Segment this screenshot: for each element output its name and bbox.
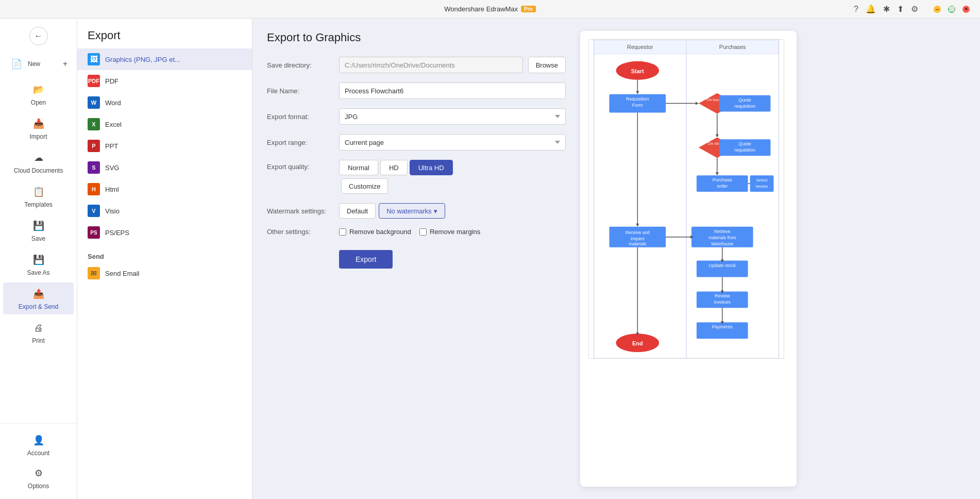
watermark-settings-row: Watermark settings: Default No watermark… — [267, 203, 566, 219]
browse-button[interactable]: Browse — [528, 57, 566, 73]
export-item-ps[interactable]: PS PS/EPS — [77, 222, 252, 243]
export-item-graphics[interactable]: 🖼 Graphics (PNG, JPG et... — [77, 48, 252, 70]
sidebar-item-account[interactable]: 👤 Account — [3, 429, 74, 461]
sidebar-item-options[interactable]: ⚙ Options — [3, 462, 74, 494]
quality-ultra-hd-button[interactable]: Ultra HD — [410, 160, 453, 175]
excel-icon: X — [88, 118, 100, 130]
export-button-row: Export — [267, 245, 566, 269]
remove-margins-input[interactable] — [419, 228, 427, 236]
plus-icon: + — [63, 59, 67, 69]
export-form: Export to Graphics Save directory: Brows… — [267, 31, 566, 487]
visio-icon: V — [88, 205, 100, 217]
print-icon: 🖨 — [31, 321, 46, 335]
customize-button[interactable]: Customize — [341, 178, 388, 194]
pro-badge: Pro — [521, 6, 536, 12]
remove-background-checkbox[interactable]: Remove background — [339, 228, 411, 236]
svg-text:End: End — [632, 340, 643, 346]
save-directory-input[interactable] — [339, 57, 523, 73]
send-section: Send ✉ Send Email — [77, 248, 252, 284]
sidebar-item-saveas[interactable]: 💾 Save As — [3, 248, 74, 280]
sidebar-item-templates[interactable]: 📋 Templates — [3, 180, 74, 212]
settings-icon[interactable]: ⚙ — [911, 4, 918, 14]
export-item-svg-label: SVG — [105, 164, 119, 172]
ps-icon: PS — [88, 226, 100, 239]
remove-background-input[interactable] — [339, 228, 346, 236]
other-settings-row: Other settings: Remove background Remove… — [267, 228, 566, 236]
watermark-default-button[interactable]: Default — [339, 203, 376, 219]
back-button[interactable]: ← — [29, 27, 48, 45]
export-item-graphics-label: Graphics (PNG, JPG et... — [105, 56, 180, 63]
svg-text:inspect: inspect — [631, 236, 645, 241]
svg-text:Warehouse: Warehouse — [711, 241, 733, 246]
sidebar-item-export[interactable]: 📤 Export & Send — [3, 282, 74, 314]
export-format-row: Export format: JPG PNG BMP SVG TIFF — [267, 108, 566, 125]
quality-group: Normal HD Ultra HD — [339, 160, 453, 175]
export-item-pdf[interactable]: PDF PDF — [77, 70, 252, 92]
options-icon: ⚙ — [31, 466, 46, 480]
export-item-excel[interactable]: X Excel — [77, 113, 252, 135]
export-format-select[interactable]: JPG PNG BMP SVG TIFF — [339, 108, 566, 125]
share-icon[interactable]: ⬆ — [897, 4, 904, 14]
send-email-label: Send Email — [105, 270, 139, 277]
sidebar-item-save[interactable]: 💾 Save — [3, 214, 74, 246]
svg-text:Quote: Quote — [738, 97, 751, 103]
export-item-ppt[interactable]: P PPT — [77, 135, 252, 157]
svg-text:Requestor: Requestor — [627, 44, 653, 50]
help-icon[interactable]: ? — [854, 5, 858, 14]
export-range-row: Export range: Current page All pages Sel… — [267, 134, 566, 151]
svg-text:Purchase: Purchase — [713, 177, 732, 182]
send-label: Send — [77, 248, 252, 262]
flowchart-preview: Requestor Purchases Start Requisition — [580, 31, 797, 487]
export-format-label: Export format: — [267, 113, 334, 121]
export-item-word-label: Word — [105, 99, 121, 107]
sidebar-item-new[interactable]: 📄 New + — [3, 52, 74, 76]
export-icon: 📤 — [31, 287, 46, 301]
new-icon: 📄 — [9, 57, 24, 71]
email-icon: ✉ — [88, 267, 100, 279]
file-name-label: File Name: — [267, 87, 334, 95]
export-form-title: Export to Graphics — [267, 31, 566, 44]
sidebar-item-cloud[interactable]: ☁ Cloud Documents — [3, 146, 74, 178]
save-directory-label: Save directory: — [267, 61, 334, 69]
file-name-row: File Name: — [267, 82, 566, 99]
watermark-no-watermarks-button[interactable]: No watermarks ▾ — [379, 203, 445, 219]
export-item-word[interactable]: W Word — [77, 92, 252, 113]
png-icon: 🖼 — [88, 53, 100, 65]
quality-hd-button[interactable]: HD — [380, 160, 408, 175]
chevron-down-icon: ▾ — [434, 207, 437, 215]
export-item-visio[interactable]: V Visio — [77, 200, 252, 222]
maximize-button[interactable]: ⬜ — [948, 6, 955, 13]
close-button[interactable]: ✕ — [962, 6, 970, 13]
export-item-svg[interactable]: S SVG — [77, 157, 252, 178]
remove-margins-checkbox[interactable]: Remove margins — [419, 228, 480, 236]
send-email-item[interactable]: ✉ Send Email — [77, 262, 252, 284]
sidebar-item-print[interactable]: 🖨 Print — [3, 317, 74, 348]
svg-text:Review: Review — [715, 293, 730, 298]
svg-text:Vendor: Vendor — [755, 184, 769, 189]
export-range-select[interactable]: Current page All pages Selected objects — [339, 134, 566, 151]
export-item-pdf-label: PDF — [105, 77, 119, 85]
sidebar-item-open[interactable]: 📂 Open — [3, 78, 74, 110]
export-item-visio-label: Visio — [105, 207, 120, 215]
tools-icon[interactable]: ✱ — [883, 4, 890, 14]
open-icon: 📂 — [31, 82, 46, 97]
svg-text:Update stock: Update stock — [709, 263, 736, 268]
svg-text:invoices: invoices — [714, 300, 731, 305]
svg-text:Payments: Payments — [712, 324, 733, 329]
titlebar-center: Wondershare EdrawMax Pro — [444, 5, 536, 13]
notification-icon[interactable]: 🔔 — [866, 4, 876, 14]
file-name-input[interactable] — [339, 82, 566, 99]
sidebar-item-import[interactable]: 📥 Import — [3, 112, 74, 144]
export-item-html-label: Html — [105, 186, 119, 193]
svg-text:Retrieve: Retrieve — [714, 229, 731, 234]
svg-text:order: order — [717, 184, 728, 189]
sidebar: ← 📄 New + 📂 Open 📥 Import ☁ Cloud Docume… — [0, 19, 77, 499]
minimize-button[interactable]: – — [934, 6, 941, 13]
svg-text:Requisition: Requisition — [626, 96, 649, 102]
app-name: Wondershare EdrawMax — [444, 5, 518, 13]
quality-normal-button[interactable]: Normal — [339, 160, 378, 175]
svg-text:Quote: Quote — [738, 141, 751, 146]
export-button[interactable]: Export — [339, 250, 393, 269]
export-item-html[interactable]: H Html — [77, 178, 252, 200]
sidebar-print-label: Print — [32, 337, 45, 344]
